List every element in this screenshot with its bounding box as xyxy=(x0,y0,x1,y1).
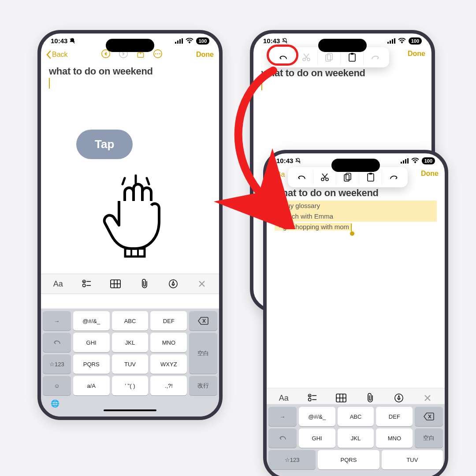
status-time: 10:43 xyxy=(51,37,67,45)
svg-rect-37 xyxy=(351,53,353,55)
svg-rect-1 xyxy=(177,41,178,44)
key[interactable]: JKL xyxy=(112,333,149,352)
key-tab[interactable]: → xyxy=(43,311,71,331)
svg-point-4 xyxy=(189,42,190,44)
markup-button[interactable] xyxy=(166,279,181,289)
svg-rect-36 xyxy=(349,54,355,61)
key[interactable]: .,?! xyxy=(150,376,187,395)
globe-icon[interactable]: 🌐 xyxy=(51,399,60,408)
svg-point-10 xyxy=(157,53,158,54)
key[interactable]: JKL xyxy=(338,428,374,448)
note-body[interactable]: ・buy glossary ・lunch with Emma ・go shopp… xyxy=(267,199,445,234)
key[interactable]: TUV xyxy=(382,450,443,469)
key[interactable]: GHI xyxy=(299,428,335,448)
status-time: 10:43 xyxy=(276,157,293,164)
three-finger-tap-icon xyxy=(100,175,171,264)
key[interactable]: WXYZ xyxy=(150,354,187,374)
cut-button[interactable] xyxy=(295,50,318,65)
svg-rect-48 xyxy=(369,173,372,175)
list-item[interactable]: ・buy glossary xyxy=(276,201,435,211)
redo-button[interactable] xyxy=(382,170,405,185)
markup-button[interactable] xyxy=(391,393,406,403)
key[interactable]: ABC xyxy=(338,407,374,426)
key-num[interactable]: ☆123 xyxy=(43,354,71,374)
note-title[interactable]: what to do on weekend xyxy=(41,64,219,77)
key[interactable]: MNO xyxy=(150,333,187,352)
done-button[interactable]: Done xyxy=(421,170,439,178)
svg-rect-41 xyxy=(407,158,409,164)
paste-button[interactable] xyxy=(359,170,382,185)
battery-badge: 100 xyxy=(422,157,435,164)
back-button[interactable]: ‹ BackBa xyxy=(272,171,285,178)
more-icon[interactable] xyxy=(153,49,163,60)
paste-button[interactable] xyxy=(341,50,364,65)
close-keyboard-button[interactable] xyxy=(194,280,209,288)
key-undo[interactable] xyxy=(43,333,71,352)
svg-point-31 xyxy=(401,42,402,44)
cut-button[interactable] xyxy=(313,170,336,185)
checklist-button[interactable] xyxy=(305,394,320,402)
table-button[interactable] xyxy=(334,394,349,402)
key-return[interactable]: 改行 xyxy=(189,376,217,395)
svg-rect-27 xyxy=(387,42,389,44)
key-num[interactable]: ☆123 xyxy=(268,450,316,469)
list-item[interactable]: ・go shopping with mom xyxy=(275,223,351,231)
key[interactable]: DEF xyxy=(150,311,187,331)
key-undo[interactable] xyxy=(268,428,297,448)
svg-line-12 xyxy=(123,178,125,184)
svg-rect-38 xyxy=(401,162,402,164)
back-label: Back xyxy=(52,51,68,59)
key[interactable]: GHI xyxy=(73,333,110,352)
dynamic-island xyxy=(331,159,380,172)
dynamic-island xyxy=(318,39,367,52)
tap-instruction-bubble: Tap xyxy=(76,130,133,159)
attach-button[interactable] xyxy=(363,393,378,403)
key[interactable]: PQRS xyxy=(73,354,110,374)
note-title[interactable]: what to do on weekend xyxy=(253,66,431,79)
back-button[interactable]: Back xyxy=(46,51,68,59)
list-item[interactable]: ・lunch with Emma xyxy=(276,211,435,222)
key[interactable]: a/A xyxy=(73,376,110,395)
text-style-button[interactable]: Aa xyxy=(276,394,291,403)
status-time: 10:43 xyxy=(263,37,280,45)
text-style-button[interactable]: Aa xyxy=(51,279,66,289)
home-indicator[interactable] xyxy=(104,409,156,411)
selection-handle-start[interactable] xyxy=(272,197,276,201)
svg-line-14 xyxy=(147,178,149,184)
dynamic-island xyxy=(106,39,154,52)
copy-button[interactable] xyxy=(336,170,359,185)
close-keyboard-button[interactable] xyxy=(420,394,435,402)
done-button[interactable]: Done xyxy=(196,51,214,59)
bell-off-icon xyxy=(69,38,75,44)
key[interactable]: ABC xyxy=(112,311,149,331)
redo-button[interactable] xyxy=(364,50,387,65)
svg-rect-0 xyxy=(175,42,176,44)
done-button[interactable]: Done xyxy=(408,50,425,58)
keyboard[interactable]: → @#/&_ ABC DEF GHI JKL MNO 空白 ☆123 PQRS… xyxy=(267,404,445,476)
table-button[interactable] xyxy=(108,279,123,288)
key[interactable]: @#/&_ xyxy=(73,311,110,331)
note-title[interactable]: what to do on weekend xyxy=(267,186,445,199)
battery-badge: 100 xyxy=(409,37,422,45)
key[interactable]: TUV xyxy=(112,354,149,374)
key-emoji[interactable]: ☺ xyxy=(43,376,71,395)
key[interactable]: @#/&_ xyxy=(299,407,335,426)
attach-button[interactable] xyxy=(137,279,152,289)
key-tab[interactable]: → xyxy=(268,407,297,426)
format-bar: Aa xyxy=(41,274,219,294)
key[interactable]: MNO xyxy=(376,428,413,448)
key-delete[interactable] xyxy=(189,311,217,331)
selection-handle-end[interactable] xyxy=(350,231,354,236)
keyboard[interactable]: → @#/&_ ABC DEF GHI JKL MNO 空白 ☆123 PQRS… xyxy=(41,309,219,416)
key-space[interactable]: 空白 xyxy=(415,428,443,448)
key-delete[interactable] xyxy=(415,407,443,426)
svg-point-9 xyxy=(156,53,156,54)
undo-button[interactable] xyxy=(290,170,313,185)
copy-button[interactable] xyxy=(318,50,341,65)
phone-left: 10:43 100 Back Done what to do on weeken… xyxy=(37,30,223,420)
key[interactable]: ' "( ) xyxy=(112,376,149,395)
checklist-button[interactable] xyxy=(79,279,94,288)
text-cursor xyxy=(261,80,431,90)
key[interactable]: DEF xyxy=(376,407,413,426)
key[interactable]: PQRS xyxy=(318,450,379,469)
